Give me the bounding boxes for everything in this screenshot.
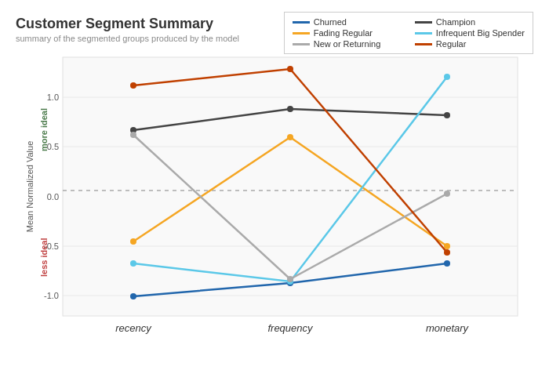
svg-text:recency: recency [115, 322, 152, 334]
svg-point-17 [130, 293, 136, 299]
legend-item-regular: Regular [415, 39, 525, 49]
svg-point-23 [130, 238, 136, 245]
legend-label: Regular [436, 39, 467, 49]
legend-color [293, 21, 310, 24]
svg-text:-1.0: -1.0 [44, 291, 59, 300]
legend-label: Champion [436, 17, 475, 27]
svg-point-26 [130, 260, 136, 267]
svg-text:frequency: frequency [267, 322, 314, 334]
legend-color [293, 43, 310, 45]
legend: ChurnedChampionFading RegularInfrequent … [284, 12, 533, 54]
legend-item-champion: Champion [415, 17, 525, 27]
svg-point-31 [444, 191, 450, 197]
legend-item-churned: Churned [293, 17, 402, 27]
svg-point-28 [444, 74, 450, 80]
svg-point-19 [444, 260, 450, 267]
svg-point-22 [444, 112, 450, 118]
svg-point-29 [130, 132, 136, 138]
legend-label: Churned [314, 17, 347, 27]
svg-text:monetary: monetary [426, 322, 470, 334]
svg-text:less ideal: less ideal [39, 238, 49, 277]
svg-point-30 [287, 276, 293, 282]
legend-label: New or Returning [314, 39, 381, 49]
svg-point-33 [287, 66, 293, 72]
chart-svg: 1.0 0.5 0.0 -0.5 -1.0 Mean Normalized Va… [24, 49, 541, 355]
legend-label: Fading Regular [314, 28, 373, 38]
legend-color [415, 21, 432, 24]
main-container: Customer Segment Summary summary of the … [0, 0, 549, 392]
legend-item-fading-regular: Fading Regular [293, 28, 402, 38]
svg-point-24 [287, 134, 293, 140]
svg-point-25 [444, 243, 450, 249]
svg-text:0.0: 0.0 [47, 192, 59, 201]
svg-text:1.0: 1.0 [47, 93, 59, 102]
svg-point-34 [444, 249, 450, 256]
svg-text:Mean Normalized Value: Mean Normalized Value [25, 141, 35, 233]
legend-label: Infrequent Big Spender [436, 28, 525, 38]
legend-color [415, 32, 432, 34]
svg-text:more ideal: more ideal [39, 108, 49, 151]
svg-point-32 [130, 82, 136, 89]
legend-item-new-or-returning: New or Returning [293, 39, 402, 49]
svg-point-21 [287, 106, 293, 112]
legend-item-infrequent-big-spender: Infrequent Big Spender [415, 28, 525, 38]
legend-color [293, 32, 310, 34]
legend-color [415, 43, 432, 45]
